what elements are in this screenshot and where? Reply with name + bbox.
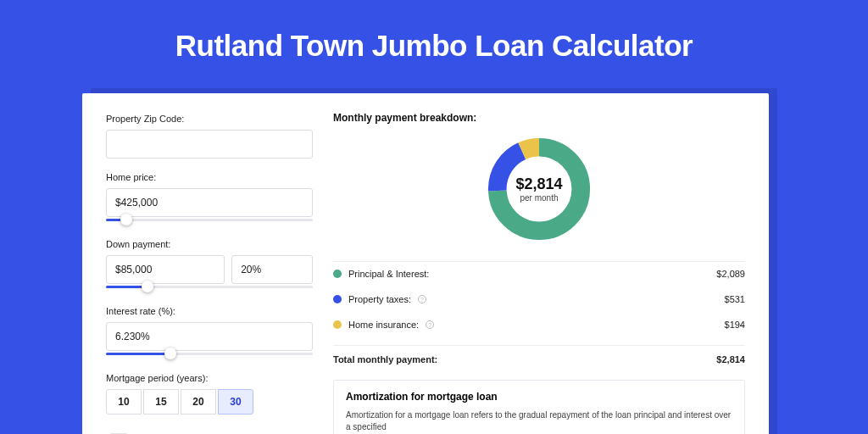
info-icon[interactable]: ? — [426, 320, 434, 329]
info-icon[interactable]: ? — [418, 295, 426, 303]
period-20[interactable]: 20 — [181, 389, 216, 415]
amort-box: Amortization for mortgage loan Amortizat… — [333, 380, 745, 434]
down-label: Down payment: — [106, 239, 313, 249]
rate-slider[interactable] — [106, 353, 313, 366]
swatch-icon — [333, 295, 342, 303]
amort-title: Amortization for mortgage loan — [346, 391, 732, 403]
donut-center: $2,814 per month — [484, 134, 594, 244]
price-slider[interactable] — [106, 219, 313, 232]
amort-text: Amortization for a mortgage loan refers … — [346, 409, 732, 433]
zip-input[interactable] — [106, 130, 313, 159]
period-10[interactable]: 10 — [106, 389, 142, 415]
price-label: Home price: — [106, 172, 313, 182]
breakdown-title: Monthly payment breakdown: — [333, 112, 745, 124]
legend-label: Home insurance: — [348, 320, 419, 330]
swatch-icon — [333, 320, 342, 329]
legend-value: $2,089 — [716, 269, 745, 279]
rate-input[interactable] — [106, 322, 313, 351]
swatch-icon — [333, 270, 342, 278]
legend-row-taxes: Property taxes: ? $531 — [333, 291, 745, 304]
period-label: Mortgage period (years): — [106, 373, 313, 383]
period-group: 10 15 20 30 — [106, 389, 313, 415]
total-label: Total monthly payment: — [333, 354, 437, 364]
legend-row-total: Total monthly payment: $2,814 — [333, 345, 745, 364]
page-title: Rutland Town Jumbo Loan Calculator — [175, 29, 693, 63]
down-slider[interactable] — [106, 286, 313, 299]
period-30[interactable]: 30 — [218, 389, 253, 415]
down-percent-input[interactable] — [231, 255, 313, 284]
down-row — [106, 255, 313, 284]
down-amount-input[interactable] — [106, 255, 225, 284]
legend-value: $531 — [725, 294, 745, 304]
zip-label: Property Zip Code: — [106, 114, 313, 124]
period-15[interactable]: 15 — [143, 389, 179, 415]
page-root: Rutland Town Jumbo Loan Calculator Prope… — [0, 0, 868, 434]
breakdown-panel: Monthly payment breakdown: $2,814 per mo… — [333, 112, 745, 434]
card-shadow: Property Zip Code: Home price: Down paym… — [91, 88, 777, 434]
legend-row-principal: Principal & Interest: $2,089 — [333, 265, 745, 279]
legend-label: Property taxes: — [348, 294, 411, 304]
calculator-card: Property Zip Code: Home price: Down paym… — [82, 93, 769, 434]
legend-label: Principal & Interest: — [348, 269, 429, 279]
donut-sub: per month — [520, 193, 558, 203]
form-panel: Property Zip Code: Home price: Down paym… — [106, 112, 313, 434]
donut-wrap: $2,814 per month — [333, 124, 745, 261]
rate-label: Interest rate (%): — [106, 306, 313, 316]
legend-row-insurance: Home insurance: ? $194 — [333, 316, 745, 330]
price-input[interactable] — [106, 188, 313, 217]
legend-value: $194 — [725, 320, 745, 330]
donut-amount: $2,814 — [515, 175, 562, 193]
donut-chart: $2,814 per month — [484, 134, 594, 244]
legend: Principal & Interest: $2,089 Property ta… — [333, 261, 745, 364]
total-value: $2,814 — [716, 354, 745, 364]
